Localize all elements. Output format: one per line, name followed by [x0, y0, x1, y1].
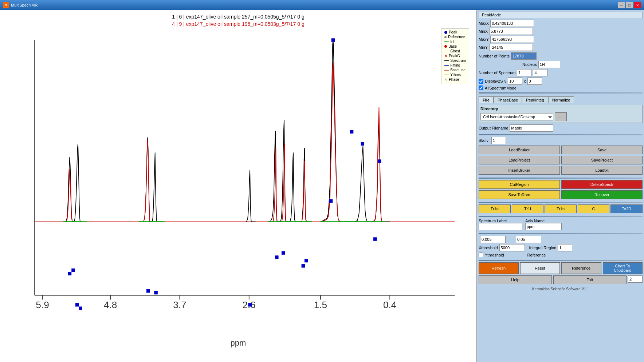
reference-bottom-button[interactable]: Reference	[561, 262, 601, 274]
maxy-input[interactable]	[490, 36, 534, 43]
num-spectrum-label: Number of Spectrum	[479, 71, 515, 75]
save-project-button[interactable]: SaveProject	[561, 156, 643, 164]
num-spectrum-val1[interactable]	[517, 69, 531, 76]
svg-rect-31	[154, 291, 158, 295]
chart-to-clipboard-button[interactable]: Chart To ClipBoard	[603, 262, 643, 274]
sl-div-label: Sl/div	[479, 138, 488, 143]
tr1d-button[interactable]: Tr1d	[479, 204, 511, 213]
svg-rect-20	[282, 251, 285, 255]
divider5	[479, 216, 643, 217]
legend-peak: Peak	[449, 30, 457, 34]
xthreshold-input[interactable]	[499, 244, 525, 251]
nucleus-input[interactable]	[538, 61, 560, 68]
legend: Peak Reference Int Base Ghost ✕ PeakG	[441, 28, 469, 84]
num-spectrum-row: Number of Spectrum	[479, 69, 643, 76]
legend-int: Int	[450, 40, 454, 44]
ythreshold-label: Ythreshold	[485, 253, 504, 257]
thresholds-row2: Xthreshold Integral Region	[479, 244, 643, 251]
svg-text:5.9: 5.9	[36, 299, 49, 310]
right-panel: PeakMode MaxX MinX MaxY MinY Number of P…	[476, 10, 644, 362]
display2s-checkbox[interactable]	[479, 79, 483, 84]
tr1n-button[interactable]: Tr1n	[545, 204, 577, 213]
axis-name-input[interactable]	[525, 223, 562, 230]
legend-fitting: Fitting	[450, 63, 460, 67]
display2s-y-label: y	[504, 79, 507, 83]
legend-spectrum: Spectrum	[450, 59, 466, 63]
footer-text: Keramidas Scientific Software V1.1	[479, 287, 643, 291]
browse-button[interactable]: .....	[555, 112, 567, 121]
divider6	[479, 233, 643, 234]
svg-rect-16	[331, 38, 335, 42]
load-project-button[interactable]: LoadProject	[479, 156, 560, 164]
legend-reference: Reference	[448, 35, 465, 39]
tab-file[interactable]: File	[479, 96, 494, 103]
spectrum-label-row: Spectrum Label Axis Name	[479, 219, 643, 230]
save-button[interactable]: Save	[561, 146, 643, 154]
svg-text:4.8: 4.8	[104, 299, 117, 310]
maxx-input[interactable]	[490, 20, 534, 27]
num-spectrum-val2[interactable]	[533, 69, 547, 76]
close-button[interactable]: ✕	[634, 2, 641, 8]
bottom-num-input[interactable]	[628, 275, 643, 283]
refresh-button[interactable]: Refresh	[479, 262, 519, 274]
integral-region-top-input[interactable]	[516, 236, 541, 243]
sl-div-input[interactable]	[491, 137, 506, 144]
integral-region-input[interactable]	[558, 244, 572, 251]
minx-input[interactable]	[489, 28, 533, 35]
num-points-input[interactable]	[511, 52, 537, 60]
divider3	[479, 178, 643, 179]
directory-select[interactable]: C:\Users\Anastasios\Desktop	[480, 113, 553, 120]
tr1i-button[interactable]: Tr1i	[512, 204, 544, 213]
divider1	[479, 92, 643, 94]
svg-rect-26	[68, 272, 72, 275]
ythreshold-checkbox[interactable]	[479, 252, 483, 257]
insert-bruker-button[interactable]: InsertBruker	[479, 166, 560, 175]
allspectrummode-checkbox[interactable]	[479, 85, 483, 90]
num-points-row: Number of Points	[479, 52, 643, 60]
output-filename-input[interactable]	[510, 124, 553, 132]
minimize-button[interactable]: ─	[618, 2, 625, 8]
spectrum-label-label: Spectrum Label	[479, 219, 522, 223]
recover-button[interactable]: Recover	[561, 190, 643, 199]
reset-button[interactable]: Reset	[520, 262, 560, 274]
display2s-x-input[interactable]	[527, 77, 542, 85]
save-to-ram-button[interactable]: SaveToRam	[479, 190, 560, 199]
title-bar: N MultiSpecNMR ─ □ ✕	[0, 0, 644, 10]
num-points-label: Number of Points	[479, 54, 510, 58]
cut-region-button[interactable]: CutRegion	[479, 180, 560, 189]
integral-region-label: Integral Region	[529, 246, 557, 250]
transform-buttons-row: Tr1d Tr1i Tr1n C To2D	[479, 204, 643, 213]
spectrum-label-input[interactable]	[479, 223, 522, 230]
svg-rect-19	[275, 255, 279, 259]
load-bruker-button[interactable]: LoadBruker	[479, 146, 560, 154]
chart-title-1: 1 | 6 | exp147_olive oil sample 257_m=0.…	[0, 14, 476, 20]
to2d-button[interactable]: To2D	[610, 204, 643, 213]
svg-text:3.7: 3.7	[173, 299, 186, 310]
tab-normalize[interactable]: Normalize	[548, 96, 574, 103]
nucleus-row: Nucleus	[479, 61, 643, 68]
axis-name-label: Axis Name	[525, 219, 562, 223]
peak-mode-bar: PeakMode	[479, 12, 643, 18]
svg-rect-22	[305, 259, 308, 263]
display2s-y-input[interactable]	[508, 77, 522, 85]
tab-peakinteg[interactable]: PeakInteg	[522, 96, 548, 103]
delete-spectr-button[interactable]: DeleteSpectr	[561, 180, 643, 189]
thresholds-row3: Ythreshold Reference	[479, 252, 643, 257]
loadtxt-button[interactable]: Loadtxt	[561, 166, 643, 175]
maximize-button[interactable]: □	[626, 2, 633, 8]
sl-div-row: Sl/div	[479, 137, 643, 144]
exit-button[interactable]: Exit	[553, 275, 627, 284]
svg-rect-28	[75, 303, 79, 307]
svg-rect-29	[79, 307, 82, 310]
insert-load-row: InsertBruker Loadtxt	[479, 166, 643, 175]
output-filename-label: Output Filename	[479, 126, 508, 130]
help-button[interactable]: Help	[479, 275, 552, 284]
xthreshold-top-input[interactable]	[480, 236, 506, 243]
thresholds-row1	[479, 236, 643, 243]
tab-phasebase[interactable]: PhaseBase	[494, 96, 522, 103]
c-button[interactable]: C	[578, 204, 610, 213]
chart-canvas[interactable]: 5.9 4.8 3.7 2.6 1.5 0.4	[0, 29, 476, 337]
miny-input[interactable]	[489, 44, 533, 51]
legend-phase: Phase	[449, 77, 459, 81]
xthreshold-label: Xthreshold	[479, 246, 498, 250]
